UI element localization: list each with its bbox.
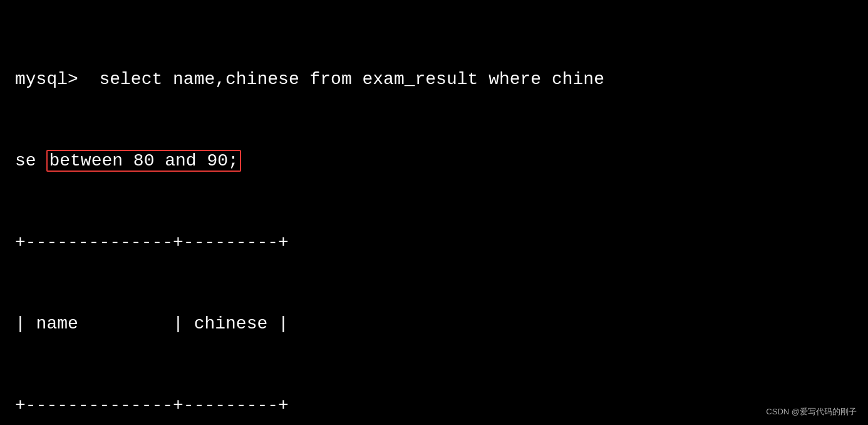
highlighted-between-clause: between 80 and 90; (46, 150, 240, 172)
table-header: | name | chinese | (15, 310, 853, 337)
terminal-window: mysql> select name,chinese from exam_res… (0, 0, 868, 425)
watermark: CSDN @爱写代码的刚子 (766, 406, 857, 417)
query-text-1: select name,chinese from exam_result whe… (78, 70, 604, 89)
query-line-1: mysql> select name,chinese from exam_res… (15, 66, 853, 93)
mysql-prompt-1: mysql> (15, 70, 78, 89)
table-separator-mid: +--------------+---------+ (15, 392, 853, 419)
query-line-2: se between 80 and 90; (15, 147, 853, 174)
query-prefix: se (15, 151, 46, 171)
table-separator-top: +--------------+---------+ (15, 229, 853, 256)
